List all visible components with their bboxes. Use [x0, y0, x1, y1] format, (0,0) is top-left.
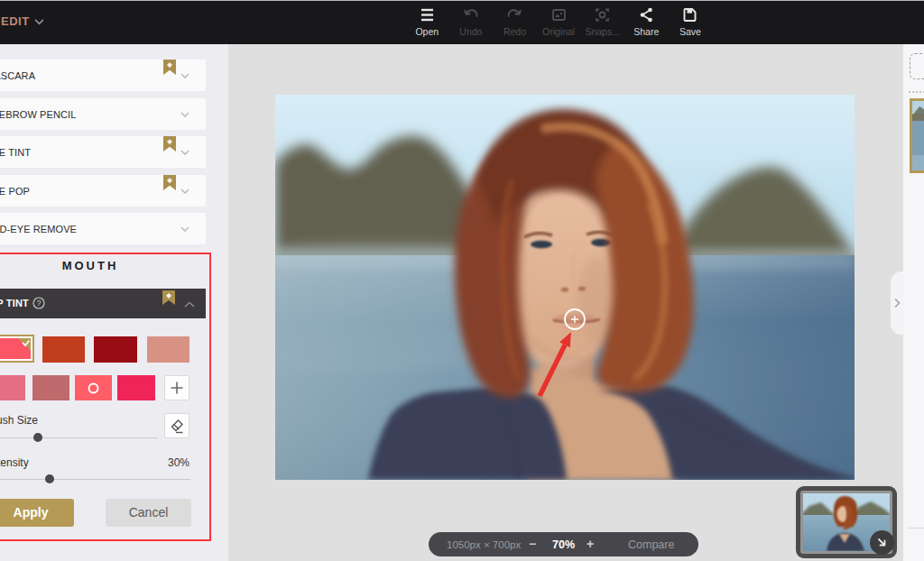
svg-text:?: ? — [36, 299, 41, 308]
